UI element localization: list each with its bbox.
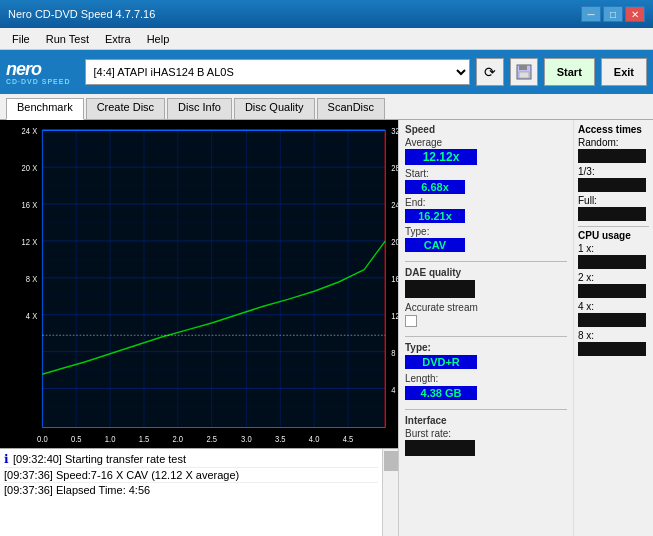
svg-text:1.0: 1.0	[105, 433, 116, 444]
dae-section: DAE quality Accurate stream	[405, 267, 567, 327]
log-entry-3: [09:37:36] Elapsed Time: 4:56	[4, 484, 150, 496]
accurate-stream-label: Accurate stream	[405, 302, 567, 313]
svg-text:8: 8	[391, 347, 396, 358]
disc-type-value: DVD+R	[405, 355, 477, 369]
svg-text:24: 24	[391, 199, 398, 210]
accurate-stream-checkbox[interactable]	[405, 315, 417, 327]
burst-rate-value	[405, 440, 475, 456]
cpu-4x-value	[578, 313, 646, 327]
one-third-label: 1/3:	[578, 166, 649, 177]
svg-text:4.0: 4.0	[309, 433, 320, 444]
drive-selector[interactable]: [4:4] ATAPI iHAS124 B AL0S	[85, 59, 470, 85]
svg-text:8 X: 8 X	[26, 273, 38, 284]
svg-text:2.5: 2.5	[206, 433, 217, 444]
app-title: Nero CD-DVD Speed 4.7.7.16	[8, 8, 155, 20]
one-third-section: 1/3:	[578, 166, 649, 192]
minimize-button[interactable]: ─	[581, 6, 601, 22]
tab-disc-info[interactable]: Disc Info	[167, 98, 232, 119]
svg-text:28: 28	[391, 163, 398, 174]
disc-length-value: 4.38 GB	[405, 386, 477, 400]
disc-length-label: Length:	[405, 373, 567, 384]
tab-bar: Benchmark Create Disc Disc Info Disc Qua…	[0, 94, 653, 120]
tab-scan-disc[interactable]: ScanDisc	[317, 98, 385, 119]
toolbar: nero CD·DVD SPEED [4:4] ATAPI iHAS124 B …	[0, 50, 653, 94]
end-label: End:	[405, 197, 465, 208]
svg-text:3.5: 3.5	[275, 433, 286, 444]
start-section: Start: 6.68x	[405, 168, 465, 194]
svg-text:12: 12	[391, 310, 398, 321]
disc-section: Type: DVD+R Length: 4.38 GB	[405, 342, 567, 400]
cpu-8x-value	[578, 342, 646, 356]
menu-help[interactable]: Help	[139, 31, 178, 47]
divider-1	[405, 261, 567, 262]
tab-create-disc[interactable]: Create Disc	[86, 98, 165, 119]
cpu-divider	[578, 226, 649, 227]
full-value	[578, 207, 646, 221]
access-title: Access times	[578, 124, 649, 135]
svg-text:16: 16	[391, 273, 398, 284]
refresh-button[interactable]: ⟳	[476, 58, 504, 86]
divider-2	[405, 336, 567, 337]
start-label: Start:	[405, 168, 465, 179]
menu-run-test[interactable]: Run Test	[38, 31, 97, 47]
full-label: Full:	[578, 195, 649, 206]
log-area: ℹ [09:32:40] Starting transfer rate test…	[0, 448, 398, 536]
svg-text:4.5: 4.5	[343, 433, 354, 444]
log-entry-2: [09:37:36] Speed:7-16 X CAV (12.12 X ave…	[4, 469, 239, 481]
svg-text:20: 20	[391, 236, 398, 247]
save-button[interactable]	[510, 58, 538, 86]
end-value: 16.21x	[405, 209, 465, 223]
svg-text:3.0: 3.0	[241, 433, 252, 444]
svg-text:0.0: 0.0	[37, 433, 48, 444]
svg-rect-1	[519, 65, 527, 70]
svg-text:20 X: 20 X	[22, 163, 38, 174]
start-value: 6.68x	[405, 180, 465, 194]
random-section: Random:	[578, 137, 649, 163]
cpu-2x-value	[578, 284, 646, 298]
avg-value: 12.12x	[405, 149, 477, 165]
save-icon	[516, 64, 532, 80]
random-value	[578, 149, 646, 163]
svg-rect-2	[519, 72, 529, 78]
maximize-button[interactable]: □	[603, 6, 623, 22]
svg-text:4 X: 4 X	[26, 310, 38, 321]
menu-bar: File Run Test Extra Help	[0, 28, 653, 50]
cpu-section: CPU usage 1 x: 2 x: 4 x: 8 x:	[578, 230, 649, 356]
cpu-8x: 8 x:	[578, 330, 649, 356]
cpu-8x-label: 8 x:	[578, 330, 649, 341]
cpu-1x: 1 x:	[578, 243, 649, 269]
speed-section: Speed Average 12.12x Start: 6.68x End: 1…	[405, 124, 567, 252]
avg-label: Average	[405, 137, 567, 148]
access-cpu-panel: Access times Random: 1/3: Full: CPU usag…	[573, 120, 653, 536]
tab-disc-quality[interactable]: Disc Quality	[234, 98, 315, 119]
type-value: CAV	[405, 238, 465, 252]
cpu-2x: 2 x:	[578, 272, 649, 298]
menu-file[interactable]: File	[4, 31, 38, 47]
random-label: Random:	[578, 137, 649, 148]
log-entry-1: [09:32:40] Starting transfer rate test	[13, 453, 186, 465]
close-button[interactable]: ✕	[625, 6, 645, 22]
cpu-1x-label: 1 x:	[578, 243, 649, 254]
chart-area: 24 X 20 X 16 X 12 X 8 X 4 X 32 28 24 20 …	[0, 120, 398, 536]
svg-text:12 X: 12 X	[22, 236, 38, 247]
dae-value	[405, 280, 475, 298]
type-label: Type:	[405, 226, 567, 237]
svg-text:32: 32	[391, 126, 398, 137]
tab-benchmark[interactable]: Benchmark	[6, 98, 84, 120]
log-scrollbar[interactable]	[382, 449, 398, 536]
cpu-2x-label: 2 x:	[578, 272, 649, 283]
exit-button[interactable]: Exit	[601, 58, 647, 86]
right-panel: Speed Average 12.12x Start: 6.68x End: 1…	[398, 120, 573, 536]
speed-chart: 24 X 20 X 16 X 12 X 8 X 4 X 32 28 24 20 …	[0, 120, 398, 448]
window-controls: ─ □ ✕	[581, 6, 645, 22]
title-bar: Nero CD-DVD Speed 4.7.7.16 ─ □ ✕	[0, 0, 653, 28]
cpu-title: CPU usage	[578, 230, 649, 241]
start-button[interactable]: Start	[544, 58, 595, 86]
svg-text:2.0: 2.0	[173, 433, 184, 444]
cpu-4x: 4 x:	[578, 301, 649, 327]
menu-extra[interactable]: Extra	[97, 31, 139, 47]
burst-rate-label: Burst rate:	[405, 428, 567, 439]
full-section: Full:	[578, 195, 649, 221]
chart-container: 24 X 20 X 16 X 12 X 8 X 4 X 32 28 24 20 …	[0, 120, 398, 448]
access-times-section: Access times Random: 1/3: Full:	[578, 124, 649, 221]
